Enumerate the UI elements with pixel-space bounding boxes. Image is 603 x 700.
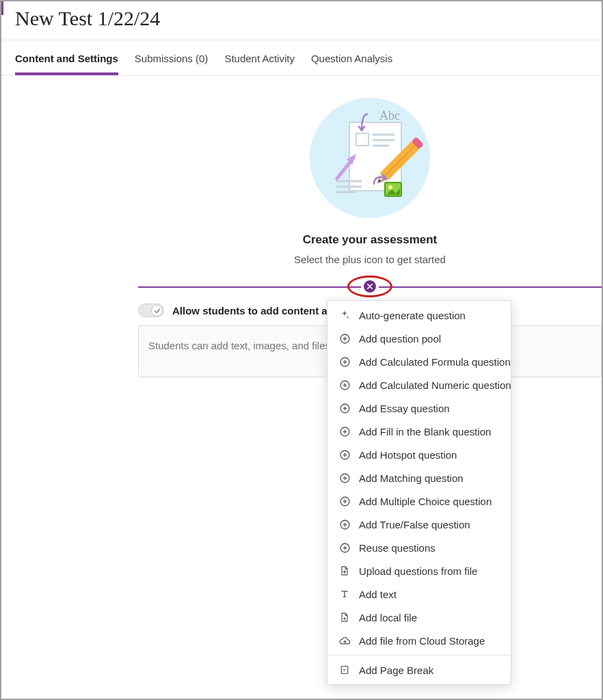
menu-item-label: Add Fill in the Blank question [359,426,491,438]
menu-item-label: Upload questions from file [359,565,477,577]
add-content-button[interactable] [364,280,376,293]
title-divider [1,40,602,40]
file-plus-icon [338,611,351,623]
menu-item-label: Add text [359,589,397,600]
menu-item-label: Add Matching question [359,472,464,484]
menu-item-add-essay-question[interactable]: Add Essay question [327,396,511,420]
menu-item-auto-generate-question[interactable]: Auto-generate question [327,304,511,327]
file-upload-icon [338,565,351,577]
allow-student-content-toggle[interactable] [138,304,164,317]
menu-separator [327,655,511,656]
menu-item-add-question-pool[interactable]: Add question pool [327,327,511,350]
menu-item-add-calculated-formula-question[interactable]: Add Calculated Formula question [327,350,511,373]
menu-item-label: Add question pool [359,333,441,345]
tab-question-analysis[interactable]: Question Analysis [311,43,392,75]
plus-circle-icon [338,495,351,507]
add-content-menu: Auto-generate questionAdd question poolA… [327,300,511,685]
sparkle-icon [338,309,351,321]
assessment-illustration: Abc [308,96,431,219]
tab-submissions[interactable]: Submissions (0) [135,43,209,75]
plus-circle-icon [338,541,351,554]
menu-item-label: Auto-generate question [359,310,466,321]
menu-item-add-calculated-numeric-question[interactable]: Add Calculated Numeric question [327,373,511,396]
plus-circle-icon [338,425,351,438]
menu-item-reuse-questions[interactable]: Reuse questions [327,536,511,559]
plus-circle-icon [338,472,351,484]
menu-item-label: Add file from Cloud Storage [359,635,485,647]
menu-item-add-file-from-cloud-storage[interactable]: Add file from Cloud Storage [327,629,511,652]
menu-item-label: Add local file [359,612,417,623]
menu-item-label: Add Calculated Numeric question [359,379,511,391]
tab-bar: Content and Settings Submissions (0) Stu… [1,43,602,76]
menu-item-add-page-break[interactable]: Add Page Break [327,658,511,682]
plus-circle-icon [338,355,351,368]
svg-point-17 [388,185,392,189]
menu-item-label: Add Essay question [359,403,450,414]
page-break-icon [338,664,351,676]
left-accent-bar [1,1,3,15]
content-area: Abc [1,76,602,377]
menu-item-add-multiple-choice-question[interactable]: Add Multiple Choice question [327,489,511,513]
tab-student-activity[interactable]: Student Activity [224,43,295,75]
menu-item-add-hotspot-question[interactable]: Add Hotspot question [327,443,511,466]
svg-text:Abc: Abc [379,109,400,122]
plus-circle-icon [338,402,351,414]
plus-circle-icon [338,379,351,391]
menu-item-add-fill-in-the-blank-question[interactable]: Add Fill in the Blank question [327,420,511,443]
plus-circle-icon [338,518,351,530]
menu-item-add-local-file[interactable]: Add local file [327,606,511,629]
menu-item-label: Add Multiple Choice question [359,496,492,507]
add-content-divider [138,280,602,293]
menu-item-label: Add Page Break [359,664,433,676]
menu-item-add-text[interactable]: Add text [327,582,511,606]
menu-item-label: Add True/False question [359,519,470,530]
menu-item-label: Reuse questions [359,542,436,554]
menu-item-label: Add Hotspot question [359,449,457,461]
empty-state-heading: Create your assessment [303,233,438,247]
menu-item-upload-questions-from-file[interactable]: Upload questions from file [327,559,511,582]
check-icon [154,308,161,314]
plus-circle-icon [338,332,351,345]
cloud-icon [338,634,351,647]
close-icon [367,284,373,289]
tab-content-and-settings[interactable]: Content and Settings [15,43,118,75]
page-title: New Test 1/22/24 [1,1,602,40]
empty-state-subtext: Select the plus icon to get started [294,254,446,265]
menu-item-add-true-false-question[interactable]: Add True/False question [327,513,511,536]
toggle-knob [151,305,163,317]
text-icon [338,588,351,600]
empty-state: Abc [223,96,517,265]
menu-item-add-matching-question[interactable]: Add Matching question [327,466,511,489]
plus-circle-icon [338,448,351,461]
menu-item-label: Add Calculated Formula question [359,356,511,368]
